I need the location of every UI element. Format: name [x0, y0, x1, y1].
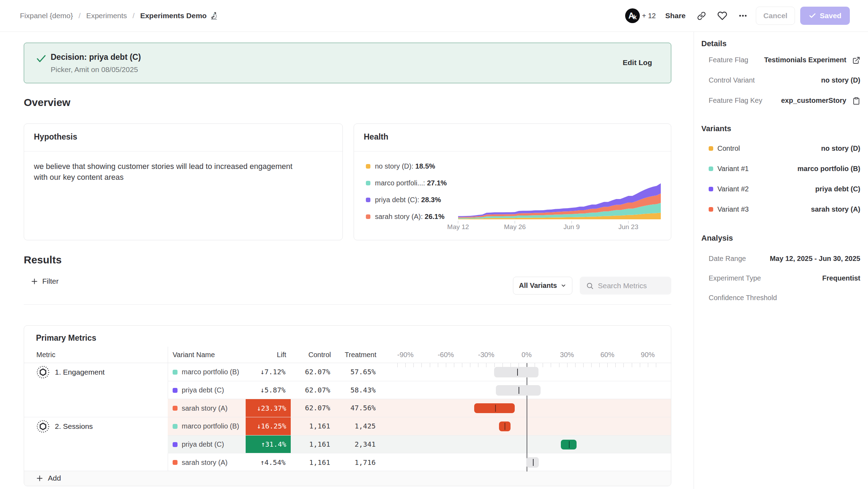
- filter-button[interactable]: Filter: [31, 277, 59, 285]
- variant-name: priya debt (C): [173, 435, 224, 454]
- control-value: 62.07%: [305, 381, 330, 399]
- breadcrumb: Fixpanel {demo} / Experiments / Experime…: [20, 0, 218, 31]
- search-icon: [586, 282, 594, 290]
- variant-color-dot: [173, 460, 178, 465]
- check-icon: [809, 12, 816, 20]
- col-variant: Variant Name: [173, 351, 215, 359]
- copy-link-button[interactable]: [697, 12, 706, 20]
- add-metric-button[interactable]: Add: [36, 474, 61, 482]
- results-divider: [24, 304, 671, 305]
- breadcrumb-separator: /: [132, 12, 135, 20]
- detail-value: no story (D): [821, 76, 860, 84]
- variant-swatch: [709, 207, 713, 212]
- detail-value: exp_customerStory: [781, 97, 846, 105]
- add-metric-row: Add: [24, 471, 671, 486]
- lift-value: ↓7.12%: [260, 363, 285, 381]
- variant-color-dot: [173, 424, 178, 429]
- add-label: Add: [48, 474, 61, 482]
- table-row[interactable]: sarah story (A)↓23.37%62.07%47.56%: [24, 399, 671, 417]
- avatar[interactable]: A k: [625, 8, 640, 23]
- legend-swatch: [366, 181, 370, 185]
- analysis-row: Confidence Threshold: [709, 293, 860, 304]
- table-row[interactable]: sarah story (A)↑4.54%1,1611,716: [24, 454, 671, 472]
- treatment-value: 2,341: [355, 435, 376, 454]
- table-row[interactable]: priya debt (C)↑31.4%1,1612,341: [24, 435, 671, 454]
- variant-label: Variant #2: [717, 185, 749, 193]
- detail-action[interactable]: [852, 97, 860, 105]
- variant-color-dot: [173, 406, 178, 411]
- saved-button[interactable]: Saved: [800, 7, 850, 25]
- variant-value: sarah story (A): [811, 205, 860, 213]
- variants-heading: Variants: [701, 124, 731, 133]
- health-legend-item[interactable]: priya debt (C): 28.3%: [366, 196, 441, 204]
- variant-name: priya debt (C): [173, 381, 224, 399]
- analysis-label: Confidence Threshold: [709, 294, 777, 302]
- variant-label: Control: [717, 144, 740, 153]
- detail-row: Feature Flag Keyexp_customerStory: [709, 96, 860, 106]
- legend-label: priya debt (C): 28.3%: [375, 196, 441, 204]
- confidence-interval-median: [569, 441, 570, 448]
- metric-name[interactable]: 2. Sessions: [36, 417, 93, 435]
- primary-metrics-card: Primary Metrics Metric Variant Name Lift…: [24, 325, 671, 486]
- detail-row: Control Variantno story (D): [709, 76, 860, 86]
- hypothesis-text[interactable]: we believe that showing customer stories…: [34, 161, 299, 183]
- cancel-button[interactable]: Cancel: [756, 7, 795, 25]
- legend-label: no story (D): 18.5%: [375, 162, 435, 170]
- health-area-chart: May 12May 26Jun 9Jun 23: [447, 162, 670, 242]
- search-metrics-input[interactable]: [598, 282, 664, 290]
- variant-value: marco portfolio (B): [797, 165, 860, 173]
- treatment-value: 57.65%: [350, 363, 376, 381]
- breadcrumb-project[interactable]: Fixpanel {demo}: [20, 12, 73, 20]
- control-value: 1,161: [309, 454, 330, 472]
- collaborator-count[interactable]: + 12: [642, 12, 656, 20]
- col-metric: Metric: [36, 351, 55, 359]
- legend-swatch: [366, 164, 370, 169]
- saved-label: Saved: [820, 12, 841, 20]
- metric-name[interactable]: 1. Engagement: [36, 363, 104, 381]
- detail-label: Feature Flag Key: [709, 97, 762, 105]
- table-row[interactable]: 1. Engagementmarco portfolio (B)↓7.12%62…: [24, 363, 671, 381]
- analysis-label: Date Range: [709, 255, 746, 263]
- decision-banner: Decision: priya debt (C) Picker, Amit on…: [24, 43, 671, 83]
- health-card: Health no story (D): 18.5%marco portfoli…: [354, 123, 671, 240]
- legend-label: marco portfoli...: 27.1%: [375, 179, 447, 187]
- confidence-interval-median: [533, 459, 534, 466]
- decision-check-icon: [37, 55, 46, 63]
- share-button[interactable]: Share: [665, 12, 686, 20]
- primary-metrics-title: Primary Metrics: [36, 333, 96, 343]
- sidebar-variant-row: Variant #2priya debt (C): [709, 184, 860, 194]
- analysis-row: Date RangeMay 12, 2025 - Jun 30, 2025: [709, 254, 860, 264]
- details-sidebar: Details Feature FlagTestimonials Experim…: [694, 32, 868, 489]
- experiment-page: Fixpanel {demo} / Experiments / Experime…: [0, 0, 868, 489]
- sidebar-variant-row: Controlno story (D): [709, 143, 860, 154]
- variant-color-dot: [173, 370, 178, 375]
- variant-value: no story (D): [821, 144, 860, 153]
- axis-label: -90%: [397, 351, 414, 359]
- metric-goal-icon: [36, 365, 50, 379]
- lift-value-highlighted: ↓16.25%: [246, 417, 291, 435]
- health-legend-item[interactable]: sarah story (A): 26.1%: [366, 213, 444, 221]
- breadcrumb-experiments[interactable]: Experiments: [86, 12, 127, 20]
- health-legend-item[interactable]: marco portfoli...: 27.1%: [366, 179, 447, 187]
- analysis-heading: Analysis: [701, 234, 733, 243]
- copy-icon: [852, 97, 860, 105]
- more-options-button[interactable]: [739, 12, 747, 20]
- detail-action[interactable]: [852, 56, 860, 64]
- details-heading: Details: [701, 39, 726, 48]
- microscope-icon: [210, 12, 218, 20]
- edit-log-button[interactable]: Edit Log: [623, 58, 652, 67]
- table-row[interactable]: 2. Sessionsmarco portfolio (B)↓16.25%1,1…: [24, 417, 671, 435]
- table-row[interactable]: priya debt (C)↓5.87%62.07%58.43%: [24, 381, 671, 399]
- variant-name: sarah story (A): [173, 399, 227, 417]
- variant-name: marco portfolio (B): [173, 417, 239, 435]
- chevron-down-icon: [560, 283, 566, 289]
- breadcrumb-separator: /: [79, 12, 81, 20]
- variants-dropdown[interactable]: All Variants: [513, 277, 572, 295]
- lift-value-highlighted: ↑31.4%: [246, 435, 291, 453]
- confidence-interval-median: [505, 423, 505, 430]
- control-value: 1,161: [309, 417, 330, 435]
- health-legend-item[interactable]: no story (D): 18.5%: [366, 162, 435, 170]
- favorite-button[interactable]: [717, 11, 727, 21]
- col-control: Control: [296, 351, 331, 359]
- col-lift: Lift: [251, 351, 286, 359]
